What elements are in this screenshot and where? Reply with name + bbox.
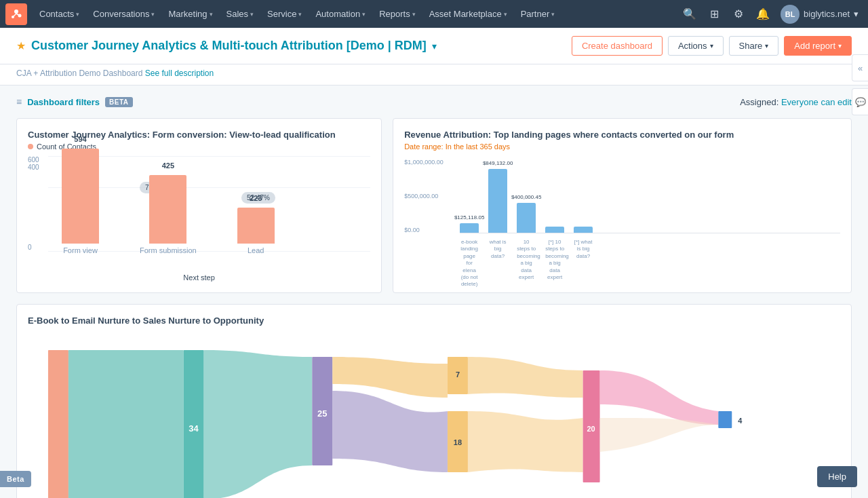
revenue-chart-area: $1,000,000.00 $500,000.00 $0.00 $125,118… bbox=[404, 159, 840, 267]
svg-text:18: 18 bbox=[454, 438, 462, 446]
bar-1 bbox=[62, 149, 99, 244]
user-chevron: ▾ bbox=[854, 9, 859, 19]
hubspot-logo[interactable] bbox=[5, 3, 27, 25]
y-axis-labels: 600 400 0 bbox=[28, 156, 39, 251]
revenue-widget: Revenue Attribution: Top landing pages w… bbox=[393, 118, 852, 293]
marketplace-icon[interactable]: ⊞ bbox=[703, 3, 725, 25]
bar-form-submission: 425 Form submission bbox=[140, 175, 197, 254]
title-row: ★ Customer Journey Analytics & Multi-tou… bbox=[16, 39, 437, 53]
create-dashboard-button[interactable]: Create dashboard bbox=[572, 36, 663, 56]
nav-contacts[interactable]: Contacts ▾ bbox=[33, 0, 86, 28]
sankey-widget-title: E-Book to Email Nurture to Sales Nurture… bbox=[28, 315, 840, 326]
svg-text:7: 7 bbox=[456, 370, 460, 379]
rev-bar-5 bbox=[574, 227, 593, 233]
svg-rect-17 bbox=[718, 411, 732, 428]
help-button[interactable]: Help bbox=[817, 466, 857, 487]
svg-text:34: 34 bbox=[189, 423, 199, 434]
username: biglytics.net bbox=[804, 9, 850, 19]
nav-partner[interactable]: Partner ▾ bbox=[514, 0, 562, 28]
revenue-y-axis: $1,000,000.00 $500,000.00 $0.00 bbox=[404, 159, 457, 233]
nav-service[interactable]: Service ▾ bbox=[260, 0, 309, 28]
page-title: Customer Journey Analytics & Multi-touch… bbox=[31, 39, 427, 53]
actions-button[interactable]: Actions ▾ bbox=[668, 36, 724, 56]
revenue-widget-subtitle: Date range: In the last 365 days bbox=[404, 142, 840, 151]
beta-corner-button[interactable]: Beta bbox=[0, 471, 31, 487]
beta-badge: BETA bbox=[105, 97, 132, 107]
notifications-icon[interactable]: 🔔 bbox=[752, 3, 774, 25]
search-icon[interactable]: 🔍 bbox=[679, 3, 701, 25]
bar-label-1: Form view bbox=[63, 246, 98, 254]
share-button[interactable]: Share ▾ bbox=[729, 36, 779, 56]
sankey-widget: E-Book to Email Nurture to Sales Nurture… bbox=[16, 304, 852, 498]
chevron-left-icon: « bbox=[858, 63, 863, 73]
nav-right-actions: 🔍 ⊞ ⚙ 🔔 BL biglytics.net ▾ bbox=[679, 0, 863, 28]
sankey-chart: 34 34 25 7 18 bbox=[28, 337, 840, 498]
comment-icon: 💬 bbox=[855, 97, 866, 107]
nav-automation[interactable]: Automation ▾ bbox=[309, 0, 372, 28]
nav-reports[interactable]: Reports ▾ bbox=[372, 0, 422, 28]
breadcrumb-text: CJA + Attribution Demo Dashboard bbox=[16, 69, 142, 78]
collapse-panel-button[interactable]: « bbox=[852, 54, 868, 81]
next-step-label: Next step bbox=[28, 273, 370, 282]
title-dropdown-icon[interactable]: ▾ bbox=[432, 41, 437, 52]
funnel-widget: Customer Journey Analytics: Form convers… bbox=[16, 118, 382, 293]
assigned-link[interactable]: Everyone can edit bbox=[781, 97, 852, 107]
dashboard-content: ≡ Dashboard filters BETA Assigned: Every… bbox=[0, 85, 868, 498]
revenue-bars: $125,118.05 $849,132.00 $400,000.45 bbox=[460, 159, 840, 233]
dashboard-filters-label[interactable]: Dashboard filters bbox=[27, 97, 100, 107]
sankey-svg: 34 34 25 7 18 bbox=[28, 337, 840, 498]
filter-bar: ≡ Dashboard filters BETA Assigned: Every… bbox=[16, 96, 852, 107]
nav-sales[interactable]: Sales ▾ bbox=[220, 0, 261, 28]
bar-value-2: 425 bbox=[162, 161, 174, 170]
header-actions: Create dashboard Actions ▾ Share ▾ Add r… bbox=[572, 36, 852, 56]
assigned-label: Assigned: bbox=[740, 97, 778, 107]
bar-value-3: 223 bbox=[250, 194, 262, 202]
nav-menu: Contacts ▾ Conversations ▾ Marketing ▾ S… bbox=[33, 0, 679, 28]
filter-icon: ≡ bbox=[16, 96, 22, 107]
assigned-section: Assigned: Everyone can edit bbox=[740, 97, 852, 107]
bar-label-3: Lead bbox=[248, 246, 264, 254]
svg-text:4: 4 bbox=[738, 417, 743, 425]
rev-bar-2: $849,132.00 bbox=[488, 169, 507, 233]
bar-lead: 223 Lead bbox=[237, 208, 275, 254]
nav-conversations[interactable]: Conversations ▾ bbox=[86, 0, 161, 28]
svg-text:20: 20 bbox=[587, 425, 595, 433]
see-full-description-link[interactable]: See full description bbox=[145, 69, 214, 78]
revenue-widget-title: Revenue Attribution: Top landing pages w… bbox=[404, 130, 840, 140]
bar-form-view: 594 Form view bbox=[62, 149, 99, 254]
funnel-chart-area: 600 400 0 594 Form view bbox=[28, 156, 370, 282]
svg-rect-5 bbox=[48, 350, 68, 498]
add-report-button[interactable]: Add report ▾ bbox=[784, 36, 852, 56]
legend-dot-icon bbox=[28, 144, 33, 149]
bar-value-1: 594 bbox=[74, 135, 86, 143]
favorite-star-icon[interactable]: ★ bbox=[16, 39, 26, 52]
svg-line-4 bbox=[13, 14, 16, 17]
bar-label-2: Form submission bbox=[140, 246, 197, 254]
nav-asset-marketplace[interactable]: Asset Marketplace ▾ bbox=[422, 0, 514, 28]
svg-text:25: 25 bbox=[317, 408, 327, 419]
nav-marketing[interactable]: Marketing ▾ bbox=[161, 0, 219, 28]
page-header: ★ Customer Journey Analytics & Multi-tou… bbox=[0, 28, 868, 64]
top-navigation: Contacts ▾ Conversations ▾ Marketing ▾ S… bbox=[0, 0, 868, 28]
funnel-bars: 594 Form view 71.55% 425 Form submission… bbox=[62, 159, 363, 254]
settings-icon[interactable]: ⚙ bbox=[728, 3, 749, 25]
top-widget-row: Customer Journey Analytics: Form convers… bbox=[16, 118, 852, 293]
rev-bar-1: $125,118.05 bbox=[460, 223, 479, 233]
breadcrumb: CJA + Attribution Demo Dashboard See ful… bbox=[0, 64, 868, 85]
beta-label: Beta bbox=[7, 475, 24, 483]
svg-text:34: 34 bbox=[38, 423, 48, 434]
help-label: Help bbox=[828, 472, 846, 482]
svg-point-0 bbox=[14, 9, 18, 14]
rev-bar-3: $400,000.45 bbox=[517, 203, 536, 233]
bar-3 bbox=[237, 208, 275, 244]
rev-bar-4 bbox=[545, 227, 564, 233]
bar-2 bbox=[149, 175, 186, 244]
filter-bar-left: ≡ Dashboard filters BETA bbox=[16, 96, 133, 107]
avatar: BL bbox=[781, 5, 800, 24]
comment-button[interactable]: 💬 bbox=[852, 88, 868, 115]
revenue-x-labels: e-book landing page for elena (do not de… bbox=[460, 239, 840, 288]
user-menu[interactable]: BL biglytics.net ▾ bbox=[776, 0, 863, 28]
